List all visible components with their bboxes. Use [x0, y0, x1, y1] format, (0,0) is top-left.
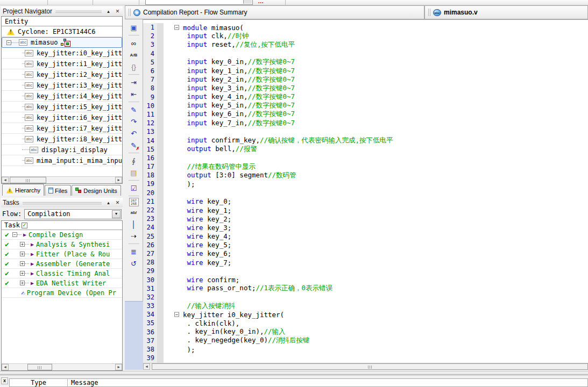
- expand-icon[interactable]: +: [20, 271, 25, 276]
- code-line[interactable]: 14 input confirm_key,//确认按键，代表密码输入完成,按下低…: [143, 136, 588, 145]
- code-line[interactable]: 39: [143, 354, 588, 362]
- code-line[interactable]: 4: [143, 49, 588, 58]
- special-lines-icon[interactable]: ≣: [127, 246, 140, 257]
- code-line[interactable]: 22 wire key_1;: [143, 206, 588, 214]
- code-line[interactable]: 5 input key_0_in,//数字按键0~7: [143, 58, 588, 67]
- code-line[interactable]: 37 . key_negedge(key_0)//消抖后按键: [143, 336, 588, 345]
- editor-window-titlebar[interactable]: abc mimasuo.v: [424, 5, 588, 19]
- editor-hscrollbar[interactable]: ◀: [143, 363, 588, 370]
- task-row[interactable]: ✔+▶Classic Timing Anal: [2, 269, 122, 278]
- tree-row[interactable]: abckey_jitter:i5_key_jitt: [2, 102, 122, 112]
- code-line[interactable]: 31 wire pass_or_not;//1表示正确，0表示错误: [143, 284, 588, 293]
- code-line[interactable]: 33 //输入按键消抖: [143, 302, 588, 310]
- code-line[interactable]: 38 );: [143, 345, 588, 354]
- collapse-icon[interactable]: −: [12, 232, 17, 237]
- code-editor[interactable]: 1−module mimasuo(2 input clk,//时钟3 input…: [143, 19, 588, 370]
- find-icon[interactable]: ∞: [127, 37, 140, 49]
- line-numbers-icon[interactable]: 267 268: [129, 198, 139, 206]
- code-line[interactable]: 15 output bell,//报警: [143, 145, 588, 154]
- analyze-file-icon[interactable]: ☑: [127, 182, 140, 194]
- tree-row[interactable]: abcmima_input:i_mima_inpu: [2, 155, 122, 166]
- task-row[interactable]: ✔+▶EDA Netlist Writer: [2, 278, 122, 288]
- replace-icon[interactable]: A/B: [127, 49, 140, 61]
- code-line[interactable]: 34−key_jitter i0_key_jitter(: [143, 310, 588, 319]
- code-line[interactable]: 35 . clkin(clk),: [143, 319, 588, 327]
- code-line[interactable]: 13: [143, 127, 588, 136]
- tree-row[interactable]: abckey_jitter:i6_key_jitt: [2, 112, 122, 123]
- open-document-icon[interactable]: ▣: [127, 22, 140, 33]
- code-line[interactable]: 29: [143, 267, 588, 275]
- code-line[interactable]: 24 wire key_3;: [143, 223, 588, 232]
- next-bookmark-icon[interactable]: ↷: [127, 116, 140, 127]
- scroll-left-icon[interactable]: ◀: [2, 177, 9, 183]
- prev-bookmark-icon[interactable]: ↶: [127, 127, 140, 139]
- pin-up-icon[interactable]: ▴: [105, 199, 112, 206]
- tree-row[interactable]: abckey_jitter:i2_key_jitt: [2, 69, 122, 80]
- code-line[interactable]: 30 wire confirm;: [143, 275, 588, 284]
- navigator-hscrollbar[interactable]: ◀ ▶: [2, 176, 122, 183]
- code-line[interactable]: 7 input key_2_in,//数字按键0~7: [143, 75, 588, 84]
- tab-files[interactable]: Files: [45, 185, 71, 196]
- scroll-right-icon[interactable]: ▶: [115, 177, 122, 183]
- code-line[interactable]: 8 input key_3_in,//数字按键0~7: [143, 84, 588, 92]
- bottom-splitter[interactable]: [0, 371, 588, 375]
- task-row[interactable]: ✍Program Device (Open Pr: [2, 288, 122, 298]
- expand-icon[interactable]: +: [20, 252, 25, 256]
- scroll-left-icon[interactable]: ◀: [143, 363, 150, 370]
- code-line[interactable]: 3 input reset,//复位,按下低电平: [143, 40, 588, 49]
- code-line[interactable]: 21 wire key_0;: [143, 197, 588, 206]
- code-line[interactable]: 17 //结果在数码管中显示: [143, 162, 588, 171]
- whitespace-icon[interactable]: ⇢: [127, 230, 140, 242]
- unindent-icon[interactable]: ⇤: [127, 88, 140, 100]
- tree-row[interactable]: abckey_jitter:i0_key_jitt: [2, 48, 122, 59]
- code-line[interactable]: 36 . key_in(key_0_in),//输入: [143, 328, 588, 336]
- match-delimiter-icon[interactable]: {}: [127, 61, 140, 73]
- tree-row-mimasuo[interactable]: − abc mimasuo: [2, 37, 122, 48]
- close-icon[interactable]: ✕: [114, 199, 121, 206]
- code-line[interactable]: 2 input clk,//时钟: [143, 32, 588, 40]
- task-row[interactable]: ✔−▶Compile Design: [2, 230, 122, 240]
- task-row[interactable]: ✔+▶Analysis & Synthesi: [2, 240, 122, 249]
- expand-icon[interactable]: +: [20, 261, 25, 266]
- message-column-header[interactable]: Message: [68, 379, 587, 386]
- word-wrap-icon[interactable]: ab/: [127, 206, 140, 218]
- code-line[interactable]: 16: [143, 154, 588, 162]
- flow-combobox[interactable]: Compilation ▼: [24, 209, 122, 219]
- revert-icon[interactable]: ↺: [127, 257, 140, 269]
- scroll-thumb[interactable]: [152, 363, 588, 370]
- indent-icon[interactable]: ⇥: [127, 76, 140, 88]
- tree-row[interactable]: abckey_jitter:i1_key_jitt: [2, 59, 122, 69]
- code-line[interactable]: 27 wire key_6;: [143, 249, 588, 258]
- task-row[interactable]: ✔+▶Fitter (Place & Rou: [2, 249, 122, 259]
- insert-template-icon[interactable]: ▤: [127, 167, 140, 178]
- expand-icon[interactable]: +: [20, 242, 25, 247]
- collapse-icon[interactable]: −: [6, 40, 11, 45]
- scroll-thumb[interactable]: [27, 364, 52, 370]
- report-window-titlebar[interactable]: Compilation Report - Flow Summary: [125, 5, 424, 19]
- checkbox-icon[interactable]: [22, 223, 27, 228]
- code-line[interactable]: 6 input key_1_in,//数字按键0~7: [143, 67, 588, 75]
- clear-bookmarks-icon[interactable]: ✎✗: [127, 139, 140, 151]
- tree-row[interactable]: abckey_jitter:i4_key_jitt: [2, 91, 122, 102]
- toggle-bookmark-icon[interactable]: ✎: [127, 104, 140, 116]
- fold-collapse-icon[interactable]: −: [174, 25, 179, 30]
- code-line[interactable]: 9 input key_4_in,//数字按键0~7: [143, 93, 588, 102]
- project-navigator-titlebar[interactable]: Project Navigator ▴ ✕: [1, 6, 123, 16]
- pin-up-icon[interactable]: ▴: [105, 8, 112, 15]
- code-line[interactable]: 18 output [3:0] segment//数码管: [143, 171, 588, 180]
- type-column-header[interactable]: Type: [10, 379, 68, 386]
- code-line[interactable]: 10 input key_5_in,//数字按键0~7: [143, 102, 588, 110]
- code-line[interactable]: 12 input key_7_in,//数字按键0~7: [143, 119, 588, 127]
- code-line[interactable]: 11 input key_6_in,//数字按键0~7: [143, 110, 588, 119]
- toolbar-combobox[interactable]: [145, 0, 253, 5]
- tree-row[interactable]: abckey_jitter:i8_key_jitt: [2, 134, 122, 145]
- tab-design-units[interactable]: Design Units: [72, 185, 121, 196]
- scroll-thumb[interactable]: [10, 177, 46, 183]
- tree-row[interactable]: abckey_jitter:i7_key_jitt: [2, 123, 122, 134]
- close-icon[interactable]: x: [1, 377, 8, 384]
- tree-row[interactable]: abckey_jitter:i3_key_jitt: [2, 80, 122, 91]
- code-pane[interactable]: 1−module mimasuo(2 input clk,//时钟3 input…: [143, 20, 588, 363]
- tasks-titlebar[interactable]: Tasks ▴ ✕: [1, 198, 123, 207]
- code-line[interactable]: 20: [143, 189, 588, 197]
- tree-row[interactable]: abcdisplay:i_display: [2, 145, 122, 155]
